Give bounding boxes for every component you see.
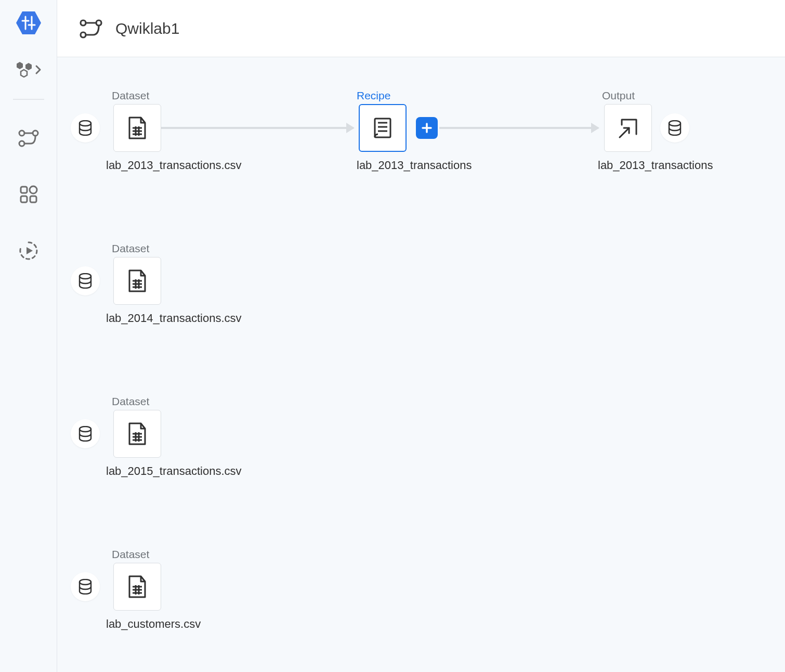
- svg-point-15: [30, 186, 37, 193]
- database-icon: [668, 120, 682, 136]
- svg-rect-12: [21, 187, 27, 193]
- header-flow-icon: [79, 18, 103, 39]
- svg-point-46: [80, 579, 91, 585]
- file-icon: [126, 268, 148, 293]
- datasource-badge-row1[interactable]: [71, 113, 100, 143]
- plus-icon: [421, 122, 433, 134]
- dataset-node-customers[interactable]: [113, 563, 161, 611]
- dataprep-logo-icon: [15, 9, 42, 36]
- sidebar-item-jobs[interactable]: [11, 238, 46, 263]
- apps-grid-icon: [19, 185, 38, 204]
- dataset-tile[interactable]: [113, 410, 161, 458]
- svg-point-40: [80, 427, 91, 432]
- output-tile[interactable]: [604, 104, 652, 152]
- sidebar-divider: [13, 99, 44, 100]
- output-run-icon: [617, 117, 639, 139]
- output-label-2013: lab_2013_transactions: [598, 159, 713, 172]
- svg-point-33: [669, 121, 681, 126]
- datasource-badge-row2[interactable]: [71, 266, 100, 295]
- flow-icon: [18, 129, 39, 148]
- svg-marker-5: [17, 62, 23, 69]
- dataset-tile[interactable]: [113, 257, 161, 305]
- connector-recipe-to-output: [439, 127, 598, 129]
- recipe-node-2013[interactable]: [359, 104, 407, 152]
- svg-point-34: [80, 274, 91, 279]
- svg-point-21: [80, 121, 91, 126]
- output-node-2013[interactable]: [604, 104, 652, 152]
- svg-rect-13: [30, 196, 36, 202]
- section-label-recipe: Recipe: [357, 89, 390, 102]
- database-icon: [78, 426, 93, 442]
- database-icon: [78, 579, 93, 595]
- file-icon: [126, 574, 148, 599]
- sidebar-item-apps[interactable]: [11, 182, 46, 207]
- section-label-dataset-4: Dataset: [112, 548, 149, 561]
- dataset-label-2015: lab_2015_transactions.csv: [106, 464, 242, 478]
- svg-marker-7: [21, 70, 27, 77]
- section-label-output: Output: [602, 89, 635, 102]
- recipe-label-2013: lab_2013_transactions: [357, 159, 472, 172]
- svg-rect-14: [21, 196, 27, 202]
- dataset-node-2014[interactable]: [113, 257, 161, 305]
- hex-cluster-icon: [15, 62, 34, 77]
- recipe-icon: [372, 115, 394, 140]
- sidebar-item-flows[interactable]: [11, 126, 46, 151]
- sidebar-item-library[interactable]: [11, 57, 46, 82]
- dataset-tile[interactable]: [113, 563, 161, 611]
- datasource-badge-row4[interactable]: [71, 572, 100, 601]
- dataset-tile[interactable]: [113, 104, 161, 152]
- dataset-node-2015[interactable]: [113, 410, 161, 458]
- svg-marker-6: [25, 63, 32, 70]
- section-label-dataset-2: Dataset: [112, 242, 149, 255]
- svg-marker-0: [16, 11, 41, 34]
- svg-marker-16: [27, 247, 33, 254]
- page-title: Qwiklab1: [115, 20, 179, 37]
- file-icon: [126, 421, 148, 446]
- datasource-badge-row3[interactable]: [71, 419, 100, 448]
- add-step-button[interactable]: [416, 117, 438, 139]
- connector-ds-to-recipe: [161, 127, 354, 129]
- dataset-label-2014: lab_2014_transactions.csv: [106, 312, 242, 325]
- recipe-tile[interactable]: [359, 104, 407, 152]
- chevron-right-icon: [35, 64, 42, 75]
- database-icon: [78, 120, 93, 136]
- dataset-node-2013[interactable]: [113, 104, 161, 152]
- section-label-dataset-3: Dataset: [112, 395, 149, 408]
- run-circle-icon: [18, 240, 39, 261]
- left-sidebar: [0, 0, 57, 672]
- database-icon: [78, 273, 93, 289]
- app-logo[interactable]: [15, 9, 42, 36]
- dataset-label-customers: lab_customers.csv: [106, 617, 201, 631]
- file-icon: [126, 115, 148, 140]
- flow-canvas[interactable]: Dataset Recipe Output lab_2013_transacti…: [57, 57, 785, 672]
- output-destination-badge[interactable]: [660, 113, 689, 143]
- section-label-dataset: Dataset: [112, 89, 149, 102]
- dataset-label-2013: lab_2013_transactions.csv: [106, 159, 242, 172]
- page-header: Qwiklab1: [57, 0, 785, 57]
